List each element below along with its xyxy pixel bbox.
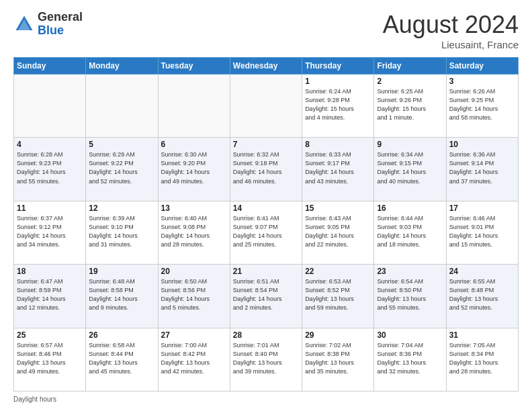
day-info: Sunrise: 6:50 AM Sunset: 8:56 PM Dayligh… <box>161 277 227 312</box>
calendar-cell: 7Sunrise: 6:32 AM Sunset: 9:18 PM Daylig… <box>230 138 302 201</box>
page: General Blue August 2024 Lieusaint, Fran… <box>0 0 532 411</box>
day-number: 13 <box>161 203 227 213</box>
calendar-cell: 24Sunrise: 6:55 AM Sunset: 8:48 PM Dayli… <box>446 265 518 328</box>
calendar-cell: 28Sunrise: 7:01 AM Sunset: 8:40 PM Dayli… <box>230 328 302 391</box>
calendar-cell <box>86 75 158 138</box>
day-info: Sunrise: 6:51 AM Sunset: 8:54 PM Dayligh… <box>233 277 299 312</box>
calendar-cell: 18Sunrise: 6:47 AM Sunset: 8:59 PM Dayli… <box>14 265 86 328</box>
day-info: Sunrise: 6:46 AM Sunset: 9:01 PM Dayligh… <box>449 214 515 249</box>
calendar-cell: 11Sunrise: 6:37 AM Sunset: 9:12 PM Dayli… <box>14 201 86 264</box>
day-number: 25 <box>17 330 83 340</box>
day-number: 30 <box>377 330 443 340</box>
logo-blue-text: Blue <box>38 24 64 37</box>
day-number: 2 <box>377 77 443 86</box>
day-number: 19 <box>89 267 154 276</box>
day-number: 8 <box>305 140 371 149</box>
calendar-cell: 21Sunrise: 6:51 AM Sunset: 8:54 PM Dayli… <box>230 265 302 328</box>
calendar-cell: 10Sunrise: 6:36 AM Sunset: 9:14 PM Dayli… <box>446 138 518 201</box>
logo-general-text: General <box>38 10 83 24</box>
calendar-week-row: 25Sunrise: 6:57 AM Sunset: 8:46 PM Dayli… <box>14 328 519 391</box>
calendar-cell: 30Sunrise: 7:04 AM Sunset: 8:36 PM Dayli… <box>374 328 446 391</box>
day-info: Sunrise: 6:29 AM Sunset: 9:22 PM Dayligh… <box>89 150 154 185</box>
day-info: Sunrise: 6:53 AM Sunset: 8:52 PM Dayligh… <box>305 277 371 312</box>
logo: General Blue <box>13 11 83 38</box>
calendar-cell <box>158 75 230 138</box>
calendar-cell: 31Sunrise: 7:05 AM Sunset: 8:34 PM Dayli… <box>446 328 518 391</box>
day-number: 7 <box>233 140 299 149</box>
day-number: 26 <box>89 330 154 340</box>
calendar-cell: 13Sunrise: 6:40 AM Sunset: 9:08 PM Dayli… <box>158 201 230 264</box>
col-header-monday: Monday <box>86 58 158 75</box>
day-info: Sunrise: 7:04 AM Sunset: 8:36 PM Dayligh… <box>377 341 443 376</box>
day-number: 24 <box>449 267 515 276</box>
calendar-cell: 26Sunrise: 6:58 AM Sunset: 8:44 PM Dayli… <box>86 328 158 391</box>
day-info: Sunrise: 6:30 AM Sunset: 9:20 PM Dayligh… <box>161 150 227 185</box>
col-header-friday: Friday <box>374 58 446 75</box>
col-header-wednesday: Wednesday <box>230 58 302 75</box>
day-number: 16 <box>377 203 443 213</box>
day-number: 21 <box>233 267 299 276</box>
day-number: 20 <box>161 267 227 276</box>
day-info: Sunrise: 6:58 AM Sunset: 8:44 PM Dayligh… <box>89 341 154 376</box>
footer: Daylight hours <box>13 396 519 403</box>
calendar-cell: 29Sunrise: 7:02 AM Sunset: 8:38 PM Dayli… <box>302 328 374 391</box>
day-info: Sunrise: 7:05 AM Sunset: 8:34 PM Dayligh… <box>449 341 515 376</box>
day-info: Sunrise: 6:44 AM Sunset: 9:03 PM Dayligh… <box>377 214 443 249</box>
day-number: 22 <box>305 267 371 276</box>
calendar-cell: 8Sunrise: 6:33 AM Sunset: 9:17 PM Daylig… <box>302 138 374 201</box>
day-info: Sunrise: 6:57 AM Sunset: 8:46 PM Dayligh… <box>17 341 83 376</box>
logo-text: General Blue <box>38 11 83 38</box>
day-number: 23 <box>377 267 443 276</box>
day-info: Sunrise: 6:54 AM Sunset: 8:50 PM Dayligh… <box>377 277 443 312</box>
day-info: Sunrise: 6:34 AM Sunset: 9:15 PM Dayligh… <box>377 150 443 185</box>
day-number: 18 <box>17 267 83 276</box>
day-number: 29 <box>305 330 371 340</box>
calendar-cell: 2Sunrise: 6:25 AM Sunset: 9:26 PM Daylig… <box>374 75 446 138</box>
day-info: Sunrise: 6:28 AM Sunset: 9:23 PM Dayligh… <box>17 150 83 185</box>
calendar-cell: 20Sunrise: 6:50 AM Sunset: 8:56 PM Dayli… <box>158 265 230 328</box>
calendar-cell: 23Sunrise: 6:54 AM Sunset: 8:50 PM Dayli… <box>374 265 446 328</box>
day-info: Sunrise: 6:39 AM Sunset: 9:10 PM Dayligh… <box>89 214 154 249</box>
day-number: 15 <box>305 203 371 213</box>
calendar-cell: 25Sunrise: 6:57 AM Sunset: 8:46 PM Dayli… <box>14 328 86 391</box>
day-number: 31 <box>449 330 515 340</box>
day-info: Sunrise: 7:01 AM Sunset: 8:40 PM Dayligh… <box>233 341 299 376</box>
day-info: Sunrise: 6:24 AM Sunset: 9:28 PM Dayligh… <box>305 87 371 122</box>
calendar-cell: 27Sunrise: 7:00 AM Sunset: 8:42 PM Dayli… <box>158 328 230 391</box>
calendar-cell: 15Sunrise: 6:43 AM Sunset: 9:05 PM Dayli… <box>302 201 374 264</box>
calendar-week-row: 11Sunrise: 6:37 AM Sunset: 9:12 PM Dayli… <box>14 201 519 264</box>
day-number: 28 <box>233 330 299 340</box>
header: General Blue August 2024 Lieusaint, Fran… <box>13 11 519 50</box>
day-number: 11 <box>17 203 83 213</box>
day-number: 12 <box>89 203 154 213</box>
day-info: Sunrise: 6:32 AM Sunset: 9:18 PM Dayligh… <box>233 150 299 185</box>
calendar-cell: 1Sunrise: 6:24 AM Sunset: 9:28 PM Daylig… <box>302 75 374 138</box>
calendar-cell <box>14 75 86 138</box>
location: Lieusaint, France <box>383 39 519 50</box>
calendar-cell: 4Sunrise: 6:28 AM Sunset: 9:23 PM Daylig… <box>14 138 86 201</box>
col-header-tuesday: Tuesday <box>158 58 230 75</box>
day-number: 1 <box>305 77 371 86</box>
calendar-cell <box>230 75 302 138</box>
day-info: Sunrise: 7:02 AM Sunset: 8:38 PM Dayligh… <box>305 341 371 376</box>
day-number: 14 <box>233 203 299 213</box>
logo-icon <box>13 13 35 35</box>
title-block: August 2024 Lieusaint, France <box>383 11 519 50</box>
calendar-cell: 17Sunrise: 6:46 AM Sunset: 9:01 PM Dayli… <box>446 201 518 264</box>
calendar-cell: 9Sunrise: 6:34 AM Sunset: 9:15 PM Daylig… <box>374 138 446 201</box>
day-number: 17 <box>449 203 515 213</box>
day-number: 6 <box>161 140 227 149</box>
day-info: Sunrise: 6:40 AM Sunset: 9:08 PM Dayligh… <box>161 214 227 249</box>
day-info: Sunrise: 6:36 AM Sunset: 9:14 PM Dayligh… <box>449 150 515 185</box>
col-header-saturday: Saturday <box>446 58 518 75</box>
day-number: 5 <box>89 140 154 149</box>
day-number: 3 <box>449 77 515 86</box>
calendar-cell: 3Sunrise: 6:26 AM Sunset: 9:25 PM Daylig… <box>446 75 518 138</box>
calendar-week-row: 18Sunrise: 6:47 AM Sunset: 8:59 PM Dayli… <box>14 265 519 328</box>
calendar-cell: 14Sunrise: 6:41 AM Sunset: 9:07 PM Dayli… <box>230 201 302 264</box>
calendar-header-row: SundayMondayTuesdayWednesdayThursdayFrid… <box>14 58 519 75</box>
calendar-table: SundayMondayTuesdayWednesdayThursdayFrid… <box>13 57 519 392</box>
calendar-cell: 6Sunrise: 6:30 AM Sunset: 9:20 PM Daylig… <box>158 138 230 201</box>
day-number: 9 <box>377 140 443 149</box>
day-info: Sunrise: 6:41 AM Sunset: 9:07 PM Dayligh… <box>233 214 299 249</box>
